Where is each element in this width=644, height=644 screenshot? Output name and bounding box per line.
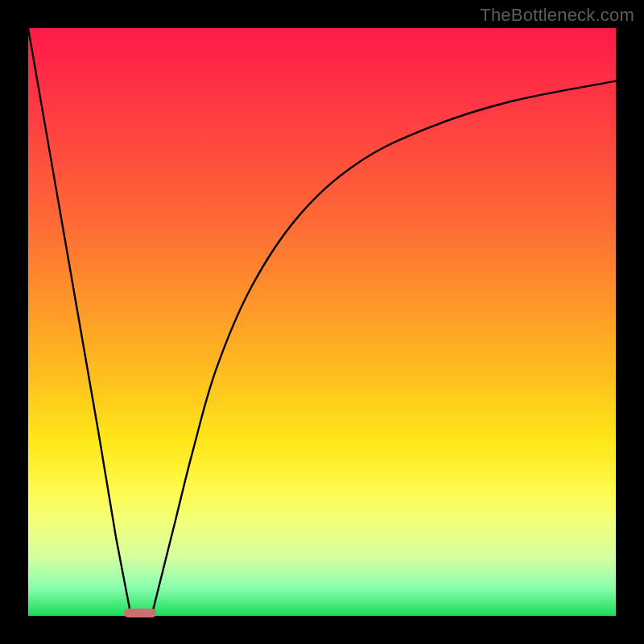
plot-area [28, 28, 616, 616]
chart-frame: TheBottleneck.com [0, 0, 644, 644]
min-marker [124, 609, 156, 617]
left-descent-curve [28, 28, 131, 616]
watermark-text: TheBottleneck.com [480, 5, 634, 26]
right-ascent-curve [151, 81, 616, 616]
curve-layer [28, 28, 616, 616]
